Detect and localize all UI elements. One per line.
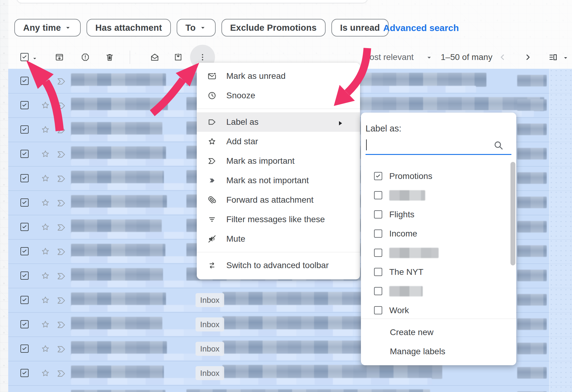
older-page-button[interactable] <box>521 51 535 64</box>
more-options-button[interactable] <box>195 50 210 65</box>
select-dropdown-caret-icon[interactable] <box>31 55 38 62</box>
importance-marker-icon[interactable] <box>56 344 66 353</box>
menu-item-mark-as-important[interactable]: Mark as important <box>197 151 360 171</box>
label-checkbox[interactable] <box>374 172 382 180</box>
importance-marker-icon[interactable] <box>56 271 66 280</box>
row-checkbox[interactable] <box>20 296 29 304</box>
label-action-create-new[interactable]: Create new <box>390 323 433 342</box>
menu-item-switch-to-advanced-toolbar[interactable]: Switch to advanced toolbar <box>197 256 360 275</box>
list-right-gutter <box>549 69 572 392</box>
importance-marker-icon[interactable] <box>56 101 66 110</box>
menu-item-label-as[interactable]: Label as <box>197 112 360 132</box>
label-checkbox[interactable] <box>374 287 382 295</box>
redacted-sender <box>71 98 168 112</box>
importance-marker-icon[interactable] <box>56 149 66 159</box>
row-checkbox[interactable] <box>20 125 29 134</box>
star-icon[interactable] <box>41 295 50 305</box>
star-icon[interactable] <box>41 76 50 86</box>
report-spam-button[interactable] <box>78 50 93 65</box>
mark-as-read-button[interactable] <box>147 50 162 65</box>
row-checkbox[interactable] <box>20 77 29 85</box>
star-icon[interactable] <box>41 198 50 208</box>
menu-item-mute[interactable]: Mute <box>197 229 360 249</box>
importance-marker-icon[interactable] <box>56 174 66 183</box>
menu-item-mark-as-unread[interactable]: Mark as unread <box>197 66 360 86</box>
archive-button[interactable] <box>52 50 67 65</box>
importance-marker-icon[interactable] <box>56 198 66 207</box>
menu-item-filter-messages-like-these[interactable]: Filter messages like these <box>197 210 360 229</box>
filter-chip-to[interactable]: To <box>177 19 216 37</box>
redacted-label-name <box>389 248 439 258</box>
advanced-search-link[interactable]: Advanced search <box>383 23 459 33</box>
label-option-work[interactable]: Work <box>361 301 504 320</box>
delete-button[interactable] <box>102 50 117 65</box>
filter-chip-has-attachment[interactable]: Has attachment <box>87 19 171 37</box>
menu-item-mark-as-not-important[interactable]: Mark as not important <box>197 171 360 190</box>
label-checkbox[interactable] <box>374 210 382 219</box>
star-icon[interactable] <box>41 222 50 232</box>
menu-item-snooze[interactable]: Snooze <box>197 86 360 105</box>
split-pane-toggle[interactable] <box>546 51 560 64</box>
star-icon[interactable] <box>41 320 50 329</box>
select-all-checkbox[interactable] <box>20 53 29 61</box>
star-icon[interactable] <box>41 368 50 378</box>
row-checkbox[interactable] <box>20 150 29 158</box>
row-checkbox[interactable] <box>20 271 29 280</box>
sort-caret-icon[interactable] <box>425 54 433 61</box>
menu-item-label: Forward as attachment <box>226 195 313 205</box>
label-option-the-nyt[interactable]: The NYT <box>361 262 504 282</box>
label-checkbox[interactable] <box>374 191 382 199</box>
row-checkbox[interactable] <box>20 369 29 377</box>
email-row[interactable] <box>8 385 572 392</box>
filter-chip-any-time[interactable]: Any time <box>14 19 81 37</box>
label-action-manage-labels[interactable]: Manage labels <box>390 342 445 361</box>
filter-chip-label: To <box>185 23 196 33</box>
label-checkbox[interactable] <box>374 306 382 314</box>
row-checkbox[interactable] <box>20 345 29 353</box>
star-icon[interactable] <box>41 125 50 135</box>
menu-item-add-star[interactable]: Add star <box>197 132 360 151</box>
importance-marker-icon[interactable] <box>56 247 66 256</box>
label-search-input[interactable] <box>365 138 511 155</box>
label-option-income[interactable]: Income <box>361 224 504 243</box>
redacted-sender <box>71 366 164 380</box>
menu-item-forward-as-attachment[interactable]: Forward as attachment <box>197 190 360 210</box>
label-option-text: Flights <box>389 210 414 219</box>
importance-marker-icon[interactable] <box>56 76 66 86</box>
importance-marker-icon[interactable] <box>56 369 66 378</box>
star-icon[interactable] <box>41 173 50 183</box>
row-checkbox[interactable] <box>20 247 29 255</box>
importance-marker-icon[interactable] <box>56 125 66 134</box>
label-checkbox[interactable] <box>374 268 382 276</box>
sort-mode-button[interactable]: Most relevant <box>362 52 414 62</box>
star-icon[interactable] <box>41 149 50 159</box>
row-checkbox[interactable] <box>20 174 29 182</box>
importance-marker-icon[interactable] <box>56 296 66 305</box>
row-checkbox[interactable] <box>20 320 29 328</box>
importance-marker-icon[interactable] <box>56 320 66 329</box>
row-checkbox[interactable] <box>20 223 29 231</box>
label-option-redacted[interactable] <box>361 243 504 262</box>
row-checkbox[interactable] <box>20 101 29 109</box>
star-icon[interactable] <box>41 344 50 354</box>
label-option-flights[interactable]: Flights <box>361 205 504 224</box>
label-checkbox[interactable] <box>374 249 382 257</box>
newer-page-button[interactable] <box>496 51 509 64</box>
redacted-date <box>517 172 547 184</box>
importance-marker-icon[interactable] <box>56 222 66 232</box>
label-option-redacted[interactable] <box>361 282 504 301</box>
split-pane-caret-icon[interactable] <box>562 54 569 61</box>
filter-chip-exclude-promotions[interactable]: Exclude Promotions <box>221 19 326 37</box>
star-icon[interactable] <box>41 271 50 281</box>
star-icon[interactable] <box>41 247 50 256</box>
label-list-scrollbar[interactable] <box>510 162 515 265</box>
row-checkbox[interactable] <box>20 198 29 207</box>
star-icon[interactable] <box>41 100 50 110</box>
move-to-button[interactable] <box>171 50 185 65</box>
redacted-date <box>517 75 547 86</box>
label-checkbox[interactable] <box>374 229 382 238</box>
filter-chip-is-unread[interactable]: Is unread <box>331 19 389 37</box>
label-option-redacted[interactable] <box>361 186 504 205</box>
label-option-promotions[interactable]: Promotions <box>361 166 504 186</box>
filter-icon <box>207 215 217 224</box>
